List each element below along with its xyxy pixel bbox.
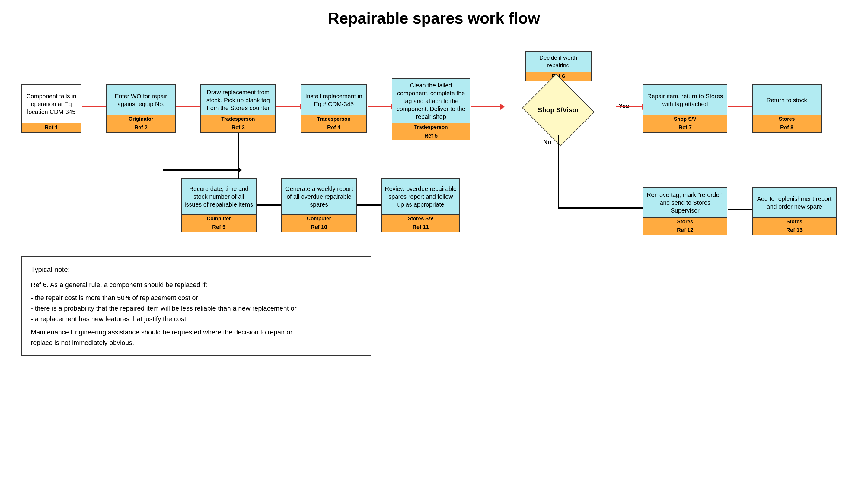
ref9-content: Record date, time and stock number of al…: [182, 178, 256, 215]
ref2-label: Ref 2: [107, 123, 175, 132]
ref5-sublabel: Tradesperson: [392, 123, 470, 131]
ref10-sublabel: Computer: [282, 215, 356, 223]
ref2-box: Enter WO for repair against equip No. Or…: [106, 85, 176, 133]
arrow-ref10-ref11: [357, 204, 381, 206]
ref3-label: Ref 3: [201, 123, 275, 132]
ref12-box: Remove tag, mark "re-order" and send to …: [643, 187, 727, 235]
ref2-sublabel: Originator: [107, 115, 175, 123]
note-line-0: Ref 6. As a general rule, a component sh…: [31, 280, 362, 290]
ref13-sublabel: Stores: [753, 218, 836, 226]
diamond-wrapper: Shop S/Visor: [501, 86, 616, 134]
arrow-2-3: [176, 106, 200, 107]
ref5-label: Ref 5: [392, 131, 470, 140]
ref11-box: Review overdue repairable spares report …: [381, 178, 460, 232]
ref4-box: Install replacement in Eq # CDM-345 Trad…: [301, 85, 367, 133]
ref4-content: Install replacement in Eq # CDM-345: [301, 85, 366, 115]
ref3-content: Draw replacement from stock. Pick up bla…: [201, 85, 275, 115]
ref3-box: Draw replacement from stock. Pick up bla…: [200, 85, 276, 133]
ref7-content: Repair item, return to Stores with tag a…: [644, 85, 727, 115]
ref8-box: Return to stock Stores Ref 8: [752, 85, 822, 133]
ref7-label: Ref 7: [644, 123, 727, 132]
ref7-box: Repair item, return to Stores with tag a…: [643, 85, 727, 133]
ref13-box: Add to replenishment report and order ne…: [752, 187, 837, 235]
ref9-label: Ref 9: [182, 223, 256, 232]
ref10-label: Ref 10: [282, 223, 356, 232]
note-line-3: - a replacement has new features that ju…: [31, 314, 362, 324]
ref5-box: Clean the failed component, complete the…: [392, 78, 470, 133]
ref12-sublabel: Stores: [644, 218, 727, 226]
arrow-diamond-ref7: [616, 106, 643, 107]
ref1-box: Component fails in operation at Eq locat…: [21, 85, 82, 133]
ref8-sublabel: Stores: [753, 115, 821, 123]
arrow-1-2: [82, 106, 106, 107]
note-title: Typical note:: [31, 264, 362, 275]
note-line-5: replace is not immediately obvious.: [31, 337, 362, 348]
note-line-2: - there is a probability that the repair…: [31, 303, 362, 314]
note-line-1: - the repair cost is more than 50% of re…: [31, 293, 362, 303]
ref10-box: Generate a weekly report of all overdue …: [281, 178, 357, 232]
ref10-content: Generate a weekly report of all overdue …: [282, 178, 356, 215]
no-label: No: [543, 139, 551, 145]
arrow-ref3-v: [238, 133, 239, 178]
note-box: Typical note: Ref 6. As a general rule, …: [21, 256, 371, 356]
ref1-content: Component fails in operation at Eq locat…: [22, 85, 81, 123]
ref4-sublabel: Tradesperson: [301, 115, 366, 123]
ref8-content: Return to stock: [753, 85, 821, 115]
ref11-content: Review overdue repairable spares report …: [382, 178, 459, 215]
arrow-4-5: [368, 106, 392, 107]
ref8-label: Ref 8: [753, 123, 821, 132]
ref9-box: Record date, time and stock number of al…: [181, 178, 256, 232]
diamond-text: Shop S/Visor: [538, 106, 579, 114]
arrow-ref9-ref10: [257, 204, 281, 206]
ref13-label: Ref 13: [753, 226, 836, 235]
ref2-content: Enter WO for repair against equip No.: [107, 85, 175, 115]
ref5-content: Clean the failed component, complete the…: [392, 79, 470, 123]
ref9-sublabel: Computer: [182, 215, 256, 223]
ref3-sublabel: Tradesperson: [201, 115, 275, 123]
ref1-label: Ref 1: [22, 123, 81, 132]
ref11-sublabel: Stores S/V: [382, 215, 459, 223]
arrow-down-ref9: [163, 169, 239, 171]
arrow-3-4: [276, 106, 301, 107]
ref4-label: Ref 4: [301, 123, 366, 132]
ref12-label: Ref 12: [644, 226, 727, 235]
ref12-content: Remove tag, mark "re-order" and send to …: [644, 188, 727, 218]
page-title: Repairable spares work flow: [12, 9, 856, 27]
arrow-no-down: [558, 135, 559, 207]
note-line-4: Maintenance Engineering assistance shoul…: [31, 327, 362, 337]
ref7-sublabel: Shop S/V: [644, 115, 727, 123]
arrow-ref12-ref13: [728, 209, 752, 210]
arrow-ref7-ref8: [728, 106, 752, 107]
arrow-5-diamond: [471, 106, 501, 107]
ref6-content: Decide if worth repairing: [526, 52, 591, 72]
ref13-content: Add to replenishment report and order ne…: [753, 188, 836, 218]
ref11-label: Ref 11: [382, 223, 459, 232]
